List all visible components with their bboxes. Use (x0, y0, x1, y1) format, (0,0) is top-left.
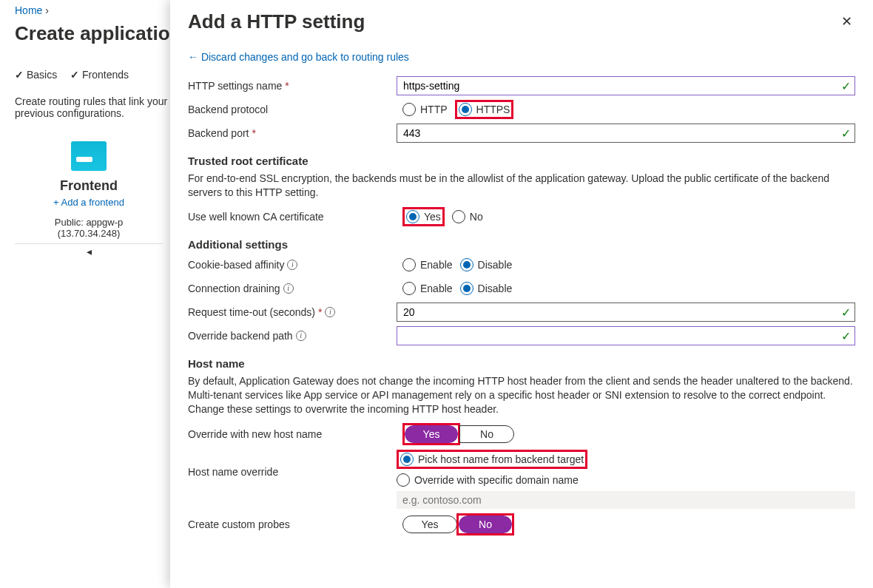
trusted-root-heading: Trusted root certificate (188, 155, 855, 167)
highlight-pick-host: Pick host name from backend target (397, 450, 587, 469)
info-icon[interactable]: i (283, 283, 294, 294)
ca-no-radio[interactable]: No (452, 210, 483, 223)
host-name-description: By default, Application Gateway does not… (188, 374, 855, 416)
pick-host-from-backend-radio[interactable]: Pick host name from backend target (400, 453, 584, 466)
override-host-yes[interactable]: Yes (405, 425, 458, 443)
info-icon[interactable]: i (287, 260, 297, 270)
protocol-http-radio[interactable]: HTTP (402, 103, 448, 116)
http-setting-panel: Add a HTTP setting ✕ Discard changes and… (170, 0, 873, 588)
breadcrumb-home[interactable]: Home (15, 4, 42, 16)
request-timeout-label: Request time-out (seconds) (188, 306, 315, 318)
backend-protocol-label: Backend protocol (188, 104, 268, 115)
horizontal-scrollbar[interactable]: ◂ (15, 243, 163, 257)
request-timeout-input[interactable] (397, 303, 855, 322)
cookie-affinity-label: Cookie-based affinity (188, 259, 284, 271)
override-host-no[interactable]: No (460, 426, 513, 442)
backend-port-label: Backend port (188, 127, 249, 139)
chevron-right-icon: › (45, 4, 49, 16)
override-backend-path-input[interactable] (397, 326, 855, 345)
connection-draining-label: Connection draining (188, 283, 280, 294)
discard-link[interactable]: Discard changes and go back to routing r… (188, 51, 409, 63)
drain-enable-radio[interactable]: Enable (402, 282, 453, 295)
host-name-override-label: Host name override (188, 466, 278, 478)
highlight-ca-yes: Yes (402, 207, 445, 226)
highlight-override-yes: Yes (402, 423, 460, 445)
well-known-ca-label: Use well known CA certificate (188, 211, 324, 223)
close-icon[interactable]: ✕ (838, 10, 855, 33)
add-frontend-link[interactable]: + Add a frontend (15, 197, 163, 208)
trusted-root-description: For end-to-end SSL encryption, the backe… (188, 172, 855, 200)
frontend-icon (71, 141, 107, 171)
required-asterisk: * (252, 127, 256, 139)
cookie-enable-radio[interactable]: Enable (402, 258, 453, 271)
http-settings-name-input[interactable] (397, 76, 855, 95)
override-host-name-label: Override with new host name (188, 428, 322, 440)
frontend-card-title: Frontend (15, 178, 163, 194)
additional-settings-heading: Additional settings (188, 238, 855, 251)
custom-probes-no[interactable]: No (459, 516, 512, 533)
specific-domain-input (397, 491, 855, 509)
host-name-heading: Host name (188, 357, 855, 370)
frontend-card: Frontend + Add a frontend Public: appgw-… (15, 141, 163, 257)
public-ip-label: Public: appgw-p (13.70.34.248) (15, 217, 163, 239)
cookie-disable-radio[interactable]: Disable (460, 258, 513, 271)
protocol-https-radio[interactable]: HTTPS (459, 103, 510, 116)
custom-probes-yes[interactable]: Yes (403, 516, 456, 533)
ca-yes-radio[interactable]: Yes (406, 210, 441, 223)
checkmark-icon: ✓ (841, 126, 851, 141)
wizard-description: Create routing rules that link your prev… (15, 95, 170, 119)
http-settings-name-label: HTTP settings name (188, 80, 282, 92)
override-host-toggle[interactable]: Yes (405, 425, 458, 443)
required-asterisk: * (318, 306, 322, 318)
checkmark-icon: ✓ (841, 79, 851, 93)
override-backend-path-label: Override backend path (188, 330, 293, 342)
backend-port-input[interactable] (397, 124, 855, 143)
custom-probes-toggle[interactable]: Yes (402, 516, 457, 533)
step-basics[interactable]: Basics (15, 69, 57, 81)
checkmark-icon: ✓ (841, 329, 851, 343)
override-specific-domain-radio[interactable]: Override with specific domain name (397, 473, 579, 487)
step-frontends[interactable]: Frontends (70, 69, 129, 81)
info-icon[interactable]: i (325, 307, 335, 317)
required-asterisk: * (285, 80, 289, 92)
drain-disable-radio[interactable]: Disable (460, 282, 513, 295)
highlight-probes-no: No (456, 513, 514, 535)
highlight-https: HTTPS (455, 100, 514, 119)
panel-title: Add a HTTP setting (188, 10, 365, 33)
checkmark-icon: ✓ (841, 305, 851, 320)
create-custom-probes-label: Create custom probes (188, 518, 290, 530)
info-icon[interactable]: i (296, 331, 306, 341)
